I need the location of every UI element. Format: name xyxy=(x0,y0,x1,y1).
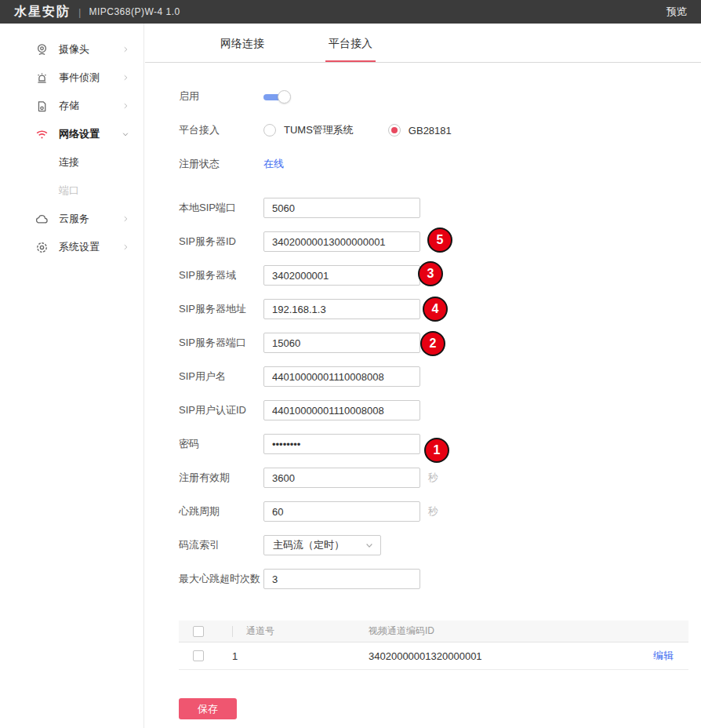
tab-bar: 网络连接 平台接入 xyxy=(145,24,701,63)
cloud-icon xyxy=(35,213,49,226)
enable-toggle[interactable] xyxy=(263,90,293,104)
register-status-row: 注册状态 在线 xyxy=(179,154,701,174)
brand-separator: | xyxy=(78,6,81,18)
local-sip-port-input[interactable] xyxy=(263,198,420,218)
radio-gb28181-label: GB28181 xyxy=(409,125,452,136)
device-model: MIPC368(P)W-4 1.0 xyxy=(89,6,180,17)
heartbeat-period-unit: 秒 xyxy=(428,504,438,519)
sidebar-item-label: 存储 xyxy=(59,99,122,113)
radio-tums[interactable] xyxy=(263,124,276,136)
platform-type-row: 平台接入 TUMS管理系统 GB28181 xyxy=(179,120,701,140)
heartbeat-period-input[interactable] xyxy=(263,501,420,522)
radio-tums-label: TUMS管理系统 xyxy=(284,123,354,137)
sip-server-port-input[interactable] xyxy=(263,333,420,353)
channel-table: 通道号 视频通道编码ID 1 34020000001320000001 编辑 xyxy=(179,621,688,670)
platform-radio-group: TUMS管理系统 GB28181 xyxy=(263,123,486,137)
channel-table-header: 通道号 视频通道编码ID xyxy=(179,621,688,642)
table-row: 1 34020000001320000001 编辑 xyxy=(179,642,688,670)
max-heartbeat-row: 最大心跳超时次数 xyxy=(179,569,701,589)
stream-index-row: 码流索引 主码流（定时） xyxy=(179,535,701,555)
sip-server-id-label: SIP服务器ID xyxy=(179,235,263,249)
main-panel: 网络连接 平台接入 启用 平台接入 TUMS管理系统 GB28181 xyxy=(145,24,701,728)
stream-index-value: 主码流（定时） xyxy=(273,538,365,552)
encode-id-cell: 34020000001320000001 xyxy=(369,650,638,662)
sidebar-subitem-connection[interactable]: 连接 xyxy=(0,148,143,177)
sip-username-input[interactable] xyxy=(263,366,420,387)
annotation-badge-1: 1 xyxy=(424,438,449,463)
top-bar: 水星安防 | MIPC368(P)W-4 1.0 预览 xyxy=(0,0,701,24)
chevron-right-icon xyxy=(122,215,129,223)
heartbeat-period-row: 心跳周期 秒 xyxy=(179,501,701,522)
channel-column-label: 通道号 xyxy=(246,624,274,638)
local-sip-port-row: 本地SIP端口 xyxy=(179,198,701,218)
sip-server-domain-input[interactable] xyxy=(263,265,420,286)
sidebar-item-cloud-service[interactable]: 云服务 xyxy=(0,205,143,233)
preview-link[interactable]: 预览 xyxy=(666,5,687,19)
action-cell: 编辑 xyxy=(638,649,688,663)
save-button[interactable]: 保存 xyxy=(179,698,237,719)
chevron-right-icon xyxy=(122,102,129,110)
sidebar-item-system-settings[interactable]: 系统设置 xyxy=(0,233,143,261)
chevron-down-icon xyxy=(122,130,129,138)
chevron-right-icon xyxy=(122,243,129,251)
sidebar-item-label: 网络设置 xyxy=(59,127,122,141)
row-checkbox[interactable] xyxy=(193,650,204,661)
register-validity-label: 注册有效期 xyxy=(179,471,263,485)
sip-server-address-input[interactable] xyxy=(263,299,420,319)
chevron-right-icon xyxy=(122,46,129,53)
edit-link[interactable]: 编辑 xyxy=(653,650,674,661)
sidebar-subitem-port[interactable]: 端口 xyxy=(0,177,143,205)
enable-row: 启用 xyxy=(179,86,701,107)
max-heartbeat-input[interactable] xyxy=(263,569,420,589)
radio-gb28181[interactable] xyxy=(388,124,401,136)
sidebar-item-network-settings[interactable]: 网络设置 xyxy=(0,120,143,148)
register-validity-row: 注册有效期 秒 xyxy=(179,468,701,488)
chevron-right-icon xyxy=(122,74,129,82)
select-all-checkbox[interactable] xyxy=(193,626,204,637)
sip-auth-id-label: SIP用户认证ID xyxy=(179,403,263,417)
sidebar-item-storage[interactable]: 存储 xyxy=(0,92,143,120)
channel-value: 1 xyxy=(232,650,238,662)
stream-index-label: 码流索引 xyxy=(179,538,263,552)
brand-logo: 水星安防 xyxy=(14,4,71,20)
stream-index-select[interactable]: 主码流（定时） xyxy=(263,535,381,555)
sidebar-item-label: 云服务 xyxy=(59,212,122,226)
camera-icon xyxy=(35,43,49,56)
max-heartbeat-label: 最大心跳超时次数 xyxy=(179,572,263,586)
heartbeat-period-label: 心跳周期 xyxy=(179,504,263,519)
local-sip-port-label: 本地SIP端口 xyxy=(179,201,263,215)
sip-server-domain-label: SIP服务器域 xyxy=(179,268,263,282)
channel-cell: 1 xyxy=(218,650,369,662)
sidebar-item-event-detection[interactable]: 事件侦测 xyxy=(0,64,143,92)
sidebar-item-label: 事件侦测 xyxy=(59,71,122,85)
annotation-badge-5: 5 xyxy=(427,228,452,253)
sidebar-item-camera[interactable]: 摄像头 xyxy=(0,35,143,64)
password-label: 密码 xyxy=(179,437,263,451)
sidebar-item-label: 摄像头 xyxy=(59,42,122,56)
encode-id-column-header: 视频通道编码ID xyxy=(369,624,638,638)
header-checkbox-cell xyxy=(179,626,218,637)
chevron-down-icon xyxy=(365,541,374,550)
sip-auth-id-input[interactable] xyxy=(263,400,420,420)
sidebar-item-label: 系统设置 xyxy=(59,240,122,254)
gear-icon xyxy=(35,241,49,254)
tab-network-connection[interactable]: 网络连接 xyxy=(217,37,267,62)
platform-access-form: 启用 平台接入 TUMS管理系统 GB28181 注册状态 在线 xyxy=(145,63,701,719)
platform-type-label: 平台接入 xyxy=(179,123,263,137)
register-status-label: 注册状态 xyxy=(179,157,263,171)
wifi-icon xyxy=(35,128,49,141)
register-status-value[interactable]: 在线 xyxy=(263,157,284,171)
app-window: 水星安防 | MIPC368(P)W-4 1.0 预览 摄像头 事件侦测 xyxy=(0,0,701,728)
register-validity-input[interactable] xyxy=(263,468,420,488)
sd-card-icon xyxy=(35,100,49,113)
annotation-badge-4: 4 xyxy=(423,297,448,322)
enable-label: 启用 xyxy=(179,89,263,104)
channel-column-header: 通道号 xyxy=(218,624,369,638)
password-input[interactable] xyxy=(263,434,420,454)
annotation-badge-3: 3 xyxy=(418,261,443,286)
row-checkbox-cell xyxy=(179,650,218,661)
sip-server-id-input[interactable] xyxy=(263,231,420,252)
tab-platform-access[interactable]: 平台接入 xyxy=(325,37,376,62)
annotation-badge-2: 2 xyxy=(420,331,445,356)
sip-username-label: SIP用户名 xyxy=(179,369,263,384)
